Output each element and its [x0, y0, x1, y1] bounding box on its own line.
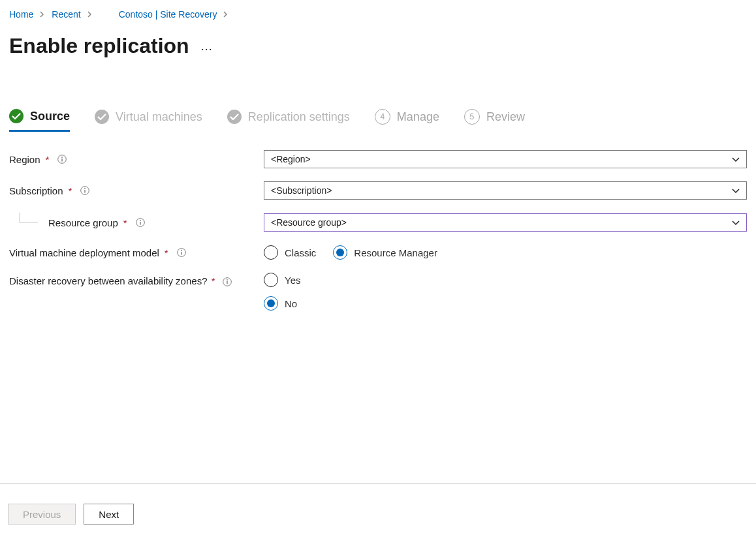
dropdown-value: <Region> [271, 154, 311, 164]
footer-separator [0, 483, 756, 484]
label-resource-group: Resource group * [9, 213, 264, 232]
svg-rect-14 [181, 252, 181, 255]
tab-label: Virtual machines [116, 110, 202, 124]
chevron-right-icon [40, 9, 45, 20]
radio-icon [264, 296, 278, 311]
radio-label: No [285, 298, 297, 309]
required-indicator: * [165, 247, 168, 258]
radio-label: Yes [285, 275, 300, 286]
radio-label: Resource Manager [354, 247, 437, 258]
check-circle-icon [9, 109, 24, 123]
svg-point-10 [140, 220, 141, 221]
tab-label: Review [486, 110, 525, 124]
deployment-model-radio-group: Classic Resource Manager [264, 245, 747, 260]
label-deployment-model: Virtual machine deployment model * [9, 247, 264, 258]
chevron-right-icon [87, 9, 93, 20]
more-actions-button[interactable]: ··· [201, 36, 213, 56]
breadcrumb-home[interactable]: Home [9, 9, 33, 20]
radio-dr-yes[interactable]: Yes [264, 273, 300, 287]
required-indicator: * [123, 217, 127, 228]
radio-classic[interactable]: Classic [264, 245, 316, 260]
tab-source[interactable]: Source [9, 109, 70, 132]
chevron-down-icon [732, 154, 740, 164]
required-indicator: * [46, 154, 50, 165]
page-title: Enable replication [9, 34, 189, 58]
chevron-down-icon [732, 185, 740, 196]
footer: Previous Next [8, 504, 134, 525]
label-region: Region * [9, 154, 264, 165]
info-icon[interactable] [135, 217, 146, 228]
subscription-dropdown[interactable]: <Subscription> [264, 181, 747, 200]
tab-manage[interactable]: 4 Manage [375, 109, 439, 131]
required-indicator: * [69, 185, 72, 196]
chevron-right-icon [223, 9, 228, 20]
step-number-icon: 4 [375, 109, 390, 125]
dr-zones-radio-group: Yes No [264, 273, 747, 311]
check-circle-icon [95, 110, 109, 124]
label-text: Subscription [9, 185, 63, 196]
breadcrumb-contoso-site-recovery[interactable]: Contoso | Site Recovery [119, 9, 217, 20]
svg-rect-8 [85, 190, 86, 193]
info-icon[interactable] [57, 154, 67, 164]
svg-rect-17 [227, 281, 227, 284]
info-icon[interactable] [176, 247, 187, 258]
label-text: Resource group [48, 217, 118, 228]
svg-point-7 [84, 188, 86, 189]
svg-point-2 [227, 110, 242, 124]
label-subscription: Subscription * [9, 185, 264, 196]
tab-replication-settings[interactable]: Replication settings [227, 110, 350, 130]
step-number-icon: 5 [464, 109, 480, 125]
radio-resource-manager[interactable]: Resource Manager [333, 245, 437, 260]
resource-group-dropdown[interactable]: <Resource group> [264, 213, 747, 232]
region-dropdown[interactable]: <Region> [264, 150, 747, 168]
label-text: Region [9, 154, 40, 165]
svg-rect-11 [140, 222, 140, 225]
tab-review[interactable]: 5 Review [464, 109, 525, 131]
radio-icon [264, 245, 278, 260]
breadcrumb: Home Recent Contoso | Site Recovery [9, 9, 747, 20]
tree-connector-icon [9, 213, 40, 232]
required-indicator: * [212, 275, 215, 286]
svg-rect-5 [62, 159, 63, 162]
tab-label: Replication settings [248, 110, 350, 124]
radio-dr-no[interactable]: No [264, 296, 297, 311]
label-dr-zones: Disaster recovery between availability z… [9, 273, 264, 289]
dropdown-value: <Resource group> [271, 217, 347, 228]
radio-label: Classic [285, 247, 316, 258]
radio-icon [264, 273, 278, 287]
info-icon[interactable] [80, 185, 90, 196]
label-text: Virtual machine deployment model [9, 247, 159, 258]
tab-label: Manage [397, 110, 439, 124]
check-circle-icon [227, 110, 242, 124]
svg-point-16 [227, 279, 228, 281]
radio-icon [333, 245, 347, 260]
label-text: Disaster recovery between availability z… [9, 275, 207, 286]
svg-point-1 [95, 110, 109, 124]
chevron-down-icon [732, 217, 740, 228]
tab-virtual-machines[interactable]: Virtual machines [95, 110, 202, 130]
dropdown-value: <Subscription> [271, 185, 332, 196]
svg-point-0 [9, 109, 24, 123]
wizard-tabs: Source Virtual machines Replication sett… [9, 109, 747, 132]
svg-point-4 [61, 157, 63, 158]
info-icon[interactable] [222, 277, 232, 287]
next-button[interactable]: Next [84, 504, 134, 525]
svg-point-13 [181, 250, 182, 251]
tab-label: Source [30, 110, 70, 123]
previous-button: Previous [8, 504, 76, 525]
breadcrumb-recent[interactable]: Recent [52, 9, 80, 20]
